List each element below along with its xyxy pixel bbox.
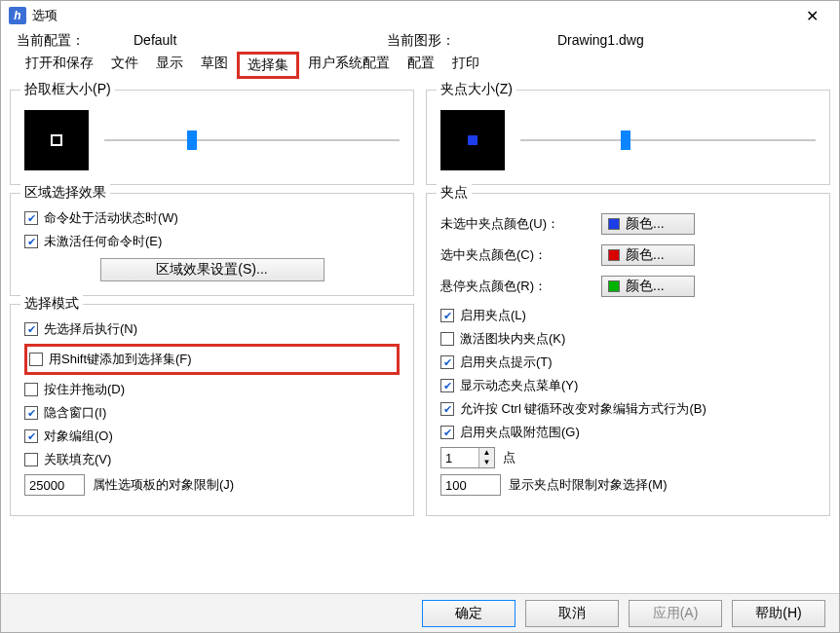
tab-file[interactable]: 文件: [102, 52, 147, 79]
grip-slider[interactable]: [520, 130, 816, 150]
checkbox-assoc-hatch[interactable]: [24, 453, 38, 466]
pickbox-label: 拾取框大小(P): [20, 81, 115, 98]
hover-grip-color-button[interactable]: 颜色...: [601, 276, 695, 297]
tab-display[interactable]: 显示: [147, 52, 192, 79]
prop-limit-input[interactable]: [24, 474, 85, 496]
swatch-icon: [608, 218, 620, 230]
grips-panel: 夹点 未选中夹点颜色(U)： 颜色... 选中夹点颜色(C)： 颜色... 悬停…: [426, 193, 830, 516]
tab-drafting[interactable]: 草图: [192, 52, 237, 79]
tab-selection[interactable]: 选择集: [237, 52, 299, 79]
tab-profiles[interactable]: 配置: [399, 52, 443, 79]
checkbox-object-group[interactable]: ✔: [24, 429, 38, 443]
checkbox-implied-window[interactable]: ✔: [24, 406, 38, 420]
label-no-cmd: 未激活任何命令时(E): [44, 233, 162, 250]
checkbox-press-drag[interactable]: [24, 383, 38, 396]
snap-px-label: 点: [503, 449, 515, 466]
label-dyn-menu: 显示动态夹点菜单(Y): [460, 377, 578, 394]
pickbox-preview: [24, 110, 89, 170]
select-mode-label: 选择模式: [20, 295, 83, 313]
hover-grip-color-label: 悬停夹点颜色(R)：: [440, 278, 592, 295]
pickbox-slider[interactable]: [104, 130, 400, 150]
label-grip-tips: 启用夹点提示(T): [460, 354, 553, 371]
checkbox-ctrl-cycle[interactable]: ✔: [440, 402, 454, 416]
prop-limit-label: 属性选项板的对象限制(J): [93, 476, 234, 494]
snap-px-input[interactable]: 1 ▲▼: [440, 447, 495, 468]
spin-down-icon[interactable]: ▼: [478, 458, 494, 467]
label-ctrl-cycle: 允许按 Ctrl 键循环改变对象编辑方式行为(B): [460, 400, 706, 418]
label-shift-add: 用Shift键添加到选择集(F): [49, 351, 192, 368]
current-config-value: Default: [134, 32, 387, 50]
label-noun-verb: 先选择后执行(N): [44, 320, 137, 338]
grip-limit-label: 显示夹点时限制对象选择(M): [509, 476, 668, 494]
dialog-body: 拾取框大小(P) 区域选择效果 ✔命令处于活动状态时(W) ✔未激活任何命令时(…: [1, 80, 839, 534]
pickbox-panel: 拾取框大小(P): [10, 90, 414, 185]
checkbox-noun-verb[interactable]: ✔: [24, 322, 38, 336]
grip-size-panel: 夹点大小(Z): [426, 90, 830, 185]
label-snap-range: 启用夹点吸附范围(G): [460, 424, 580, 441]
checkbox-grip-tips[interactable]: ✔: [440, 355, 454, 369]
label-enable-grips: 启用夹点(L): [460, 307, 526, 324]
options-dialog: h 选项 ✕ 当前配置： Default 当前图形： Drawing1.dwg …: [0, 0, 840, 633]
current-drawing-value: Drawing1.dwg: [557, 32, 644, 50]
unselected-grip-color-label: 未选中夹点颜色(U)：: [440, 215, 592, 233]
window-title: 选项: [32, 7, 792, 24]
checkbox-active-cmd[interactable]: ✔: [24, 211, 38, 225]
checkbox-enable-grips[interactable]: ✔: [440, 309, 454, 322]
selected-grip-color-button[interactable]: 颜色...: [601, 244, 695, 266]
tab-plot[interactable]: 打印: [443, 52, 488, 79]
app-icon: h: [9, 7, 26, 24]
selected-grip-color-label: 选中夹点颜色(C)：: [440, 246, 592, 264]
close-button[interactable]: ✕: [792, 2, 831, 29]
area-select-label: 区域选择效果: [20, 184, 110, 202]
label-object-group: 对象编组(O): [44, 428, 113, 445]
right-column: 夹点大小(Z) 夹点 未选中夹点颜色(U)： 颜色... 选中夹点颜色(C)：: [423, 90, 833, 524]
titlebar: h 选项 ✕: [1, 1, 839, 30]
cancel-button[interactable]: 取消: [525, 600, 619, 627]
ok-button[interactable]: 确定: [422, 600, 515, 627]
label-implied-window: 隐含窗口(I): [44, 404, 106, 422]
tab-strip: 打开和保存 文件 显示 草图 选择集 用户系统配置 配置 打印: [1, 52, 839, 80]
select-mode-panel: 选择模式 ✔先选择后执行(N) 用Shift键添加到选择集(F) 按住并拖动(D…: [10, 304, 414, 516]
checkbox-dyn-menu[interactable]: ✔: [440, 379, 454, 392]
tab-user-prefs[interactable]: 用户系统配置: [299, 52, 399, 79]
checkbox-block-grips[interactable]: [440, 332, 454, 346]
label-active-cmd: 命令处于活动状态时(W): [44, 209, 178, 227]
checkbox-no-cmd[interactable]: ✔: [24, 235, 38, 248]
spin-up-icon[interactable]: ▲: [478, 448, 494, 458]
grip-preview: [440, 110, 505, 170]
area-settings-button[interactable]: 区域效果设置(S)...: [100, 258, 325, 281]
help-button[interactable]: 帮助(H): [732, 600, 825, 627]
current-config-label: 当前配置：: [17, 32, 134, 50]
grips-label: 夹点: [437, 184, 472, 202]
area-select-panel: 区域选择效果 ✔命令处于活动状态时(W) ✔未激活任何命令时(E) 区域效果设置…: [10, 193, 414, 296]
unselected-grip-color-button[interactable]: 颜色...: [601, 213, 695, 235]
checkbox-shift-add[interactable]: [29, 353, 43, 366]
footer: 确定 取消 应用(A) 帮助(H): [1, 593, 839, 632]
label-block-grips: 激活图块内夹点(K): [460, 330, 565, 348]
swatch-icon: [608, 249, 620, 261]
grip-limit-input[interactable]: [440, 474, 501, 496]
swatch-icon: [608, 280, 620, 292]
checkbox-snap-range[interactable]: ✔: [440, 426, 454, 439]
label-press-drag: 按住并拖动(D): [44, 381, 125, 398]
label-assoc-hatch: 关联填充(V): [44, 451, 111, 468]
left-column: 拾取框大小(P) 区域选择效果 ✔命令处于活动状态时(W) ✔未激活任何命令时(…: [7, 90, 417, 524]
apply-button[interactable]: 应用(A): [629, 600, 722, 627]
config-row: 当前配置： Default 当前图形： Drawing1.dwg: [1, 30, 839, 52]
current-drawing-label: 当前图形：: [387, 32, 557, 50]
grip-size-label: 夹点大小(Z): [437, 81, 516, 98]
tab-open-save[interactable]: 打开和保存: [17, 52, 102, 79]
